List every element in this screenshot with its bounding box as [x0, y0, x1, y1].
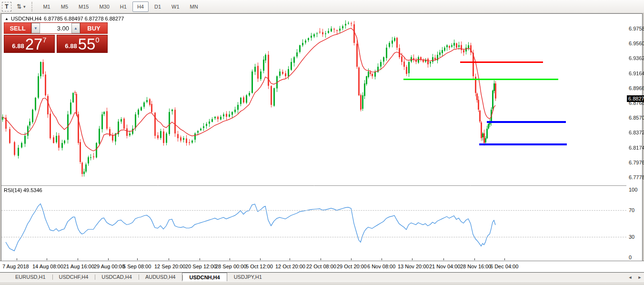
- timeframe-button-m30[interactable]: M30: [94, 1, 114, 12]
- rsi-axis-label: 70: [629, 207, 634, 213]
- time-axis-label: 14 Aug 08:00: [32, 264, 63, 269]
- chart-ohlc-values: 6.87785 6.88497 6.87278 6.88277: [44, 16, 124, 21]
- time-axis-label: 5 Sep 08:00: [123, 264, 151, 269]
- price-axis-label: 6.95605: [629, 41, 644, 46]
- timeframe-button-h4[interactable]: H4: [132, 1, 149, 12]
- double-arrow-icon: ⇄: [16, 4, 23, 9]
- rsi-axis-label: 30: [629, 234, 634, 240]
- price-axis-label: 6.81745: [629, 145, 644, 151]
- time-axis-label: 22 Oct 08:00: [306, 264, 336, 269]
- chart-title: ▲ USDCNH,H4 6.87785 6.88497 6.87278 6.88…: [5, 16, 124, 21]
- volume-input[interactable]: [40, 23, 71, 33]
- time-axis-label: 7 Aug 2018: [2, 264, 29, 269]
- buy-price-sup: 0: [95, 37, 99, 43]
- buy-price-big: 55: [78, 37, 96, 51]
- price-axis-label: 6.93625: [629, 55, 644, 61]
- timeframe-button-mn[interactable]: MN: [185, 1, 203, 12]
- time-axis: 7 Aug 201814 Aug 08:0021 Aug 16:0029 Aug…: [0, 261, 644, 273]
- rsi-level-line-30: [1, 237, 626, 237]
- time-axis-label: 20 Sep 12:00: [185, 264, 216, 269]
- buy-button[interactable]: BUY: [80, 22, 108, 34]
- sell-price-big: 27: [25, 37, 43, 51]
- chart-tab-eurusd[interactable]: EURUSD,H1: [9, 273, 52, 281]
- timeframe-button-m5[interactable]: M5: [56, 1, 73, 12]
- time-axis-label: 28 Nov 16:00: [460, 264, 491, 269]
- timeframe-button-h1[interactable]: H1: [115, 1, 131, 12]
- sell-price-prefix: 6.88: [12, 41, 24, 51]
- time-axis-label: 6 Nov 08:00: [367, 264, 395, 269]
- time-axis-label: 28 Sep 00:00: [215, 264, 246, 269]
- price-axis-label: 6.89665: [629, 85, 644, 91]
- toolbar-separator: [31, 2, 35, 11]
- timeframe-button-w1[interactable]: W1: [167, 1, 184, 12]
- chart-tab-bar: EURUSD,H1USDCHF,H4USDCAD,H4AUDUSD,H4USDC…: [0, 272, 644, 281]
- time-axis-label: 21 Aug 16:00: [63, 264, 94, 269]
- rsi-level-line-70: [1, 210, 626, 211]
- status-bar: [0, 281, 644, 285]
- cursor-tool-button[interactable]: ⇄ ▾: [15, 2, 27, 11]
- collapse-panel-icon[interactable]: ▲: [5, 17, 9, 21]
- sell-button[interactable]: SELL: [4, 22, 31, 34]
- dropdown-caret-icon: ▾: [23, 4, 26, 9]
- time-axis-label: 12 Oct 20:00: [275, 264, 305, 269]
- chart-tab-usdchf[interactable]: USDCHF,H4: [52, 273, 95, 281]
- sell-price-sup: 7: [42, 37, 46, 43]
- timeframe-button-m1[interactable]: M1: [38, 1, 55, 12]
- time-axis-label: 13 Nov 20:00: [398, 264, 429, 269]
- price-axis-label: 6.91645: [629, 71, 644, 76]
- chart-tab-usdjpy[interactable]: USDJPY,H1: [227, 273, 269, 281]
- timeframe-button-m15[interactable]: M15: [74, 1, 93, 12]
- sell-price-display[interactable]: 6.88 27 7: [4, 35, 55, 53]
- text-tool-button[interactable]: T: [2, 2, 11, 11]
- rsi-indicator-label: RSI(14) 49.5346: [4, 187, 42, 193]
- chart-symbol-period: USDCNH,H4: [11, 16, 41, 21]
- volume-increase-button[interactable]: ▲: [71, 23, 80, 33]
- trendline-resistance-red[interactable]: [460, 61, 543, 63]
- timeframe-button-d1[interactable]: D1: [150, 1, 166, 12]
- rsi-axis-label: 0: [629, 254, 632, 260]
- trendline-support-blue-2[interactable]: [479, 143, 567, 145]
- time-axis-label: 21 Nov 04:00: [429, 264, 460, 269]
- one-click-trading-panel: SELL ▼ ▲ BUY 6.88 27 7 6.88 55 0: [4, 22, 108, 53]
- price-axis-label: 6.79765: [629, 160, 644, 165]
- volume-spinner: ▼ ▲: [31, 22, 80, 34]
- time-axis-label: 29 Oct 20:00: [337, 264, 367, 269]
- application-window: T ⇄ ▾ M1M5M15M30H1H4D1W1MN ▲ USDCNH,H4 6…: [0, 0, 644, 285]
- tab-scroll-left-button[interactable]: ◄: [627, 274, 634, 280]
- time-axis-label: 29 Aug 00:00: [94, 264, 125, 269]
- buy-price-display[interactable]: 6.88 55 0: [57, 35, 108, 53]
- price-axis-label: 6.77785: [629, 174, 644, 180]
- toolbar: T ⇄ ▾ M1M5M15M30H1H4D1W1MN: [0, 0, 644, 13]
- trendline-resistance-green[interactable]: [403, 79, 558, 80]
- tab-scroll-right-button[interactable]: ►: [636, 274, 643, 280]
- time-axis-label: 6 Dec 04:00: [490, 264, 518, 269]
- price-axis-label: 6.83725: [629, 130, 644, 135]
- current-price-tag: 6.88277: [627, 95, 644, 102]
- chart-tab-audusd[interactable]: AUDUSD,H4: [139, 273, 182, 281]
- price-axis-label: 6.97585: [629, 26, 644, 31]
- volume-decrease-button[interactable]: ▼: [31, 23, 40, 33]
- chart-tab-usdcnh[interactable]: USDCNH,H4: [182, 273, 227, 281]
- time-axis-label: 12 Sep 20:00: [154, 264, 185, 269]
- chart-tab-usdcad[interactable]: USDCAD,H4: [95, 273, 139, 281]
- buy-price-prefix: 6.88: [65, 41, 77, 51]
- time-axis-label: 5 Oct 12:00: [246, 264, 273, 269]
- price-axis-label: 6.85705: [629, 115, 644, 121]
- trendline-support-blue-1[interactable]: [487, 121, 566, 123]
- rsi-axis-label: 100: [629, 187, 637, 193]
